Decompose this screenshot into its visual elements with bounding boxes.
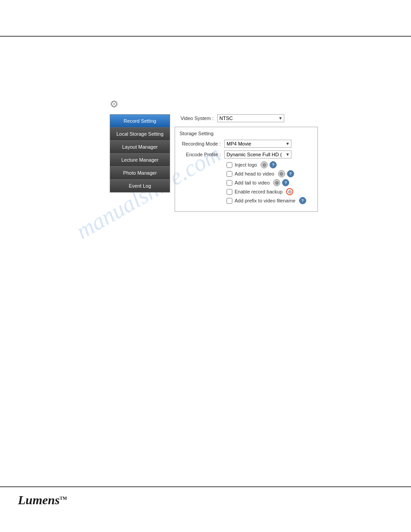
recording-mode-select-wrapper: MP4 Movie MOV AVI ▼ bbox=[224, 140, 291, 148]
add-head-label: Add head to video bbox=[235, 171, 274, 176]
video-system-row: Video System : NTSC PAL ▼ bbox=[175, 114, 318, 122]
inject-logo-row: Inject logo ⚙ ? bbox=[180, 161, 313, 168]
sidebar-item-photo-manager[interactable]: Photo Manager bbox=[110, 167, 170, 180]
main-content: Record Setting Local Storage Setting Lay… bbox=[110, 114, 318, 212]
sidebar-item-layout-manager[interactable]: Layout Manager bbox=[110, 141, 170, 154]
add-head-help-icon[interactable]: ? bbox=[287, 170, 294, 177]
inject-logo-label: Inject logo bbox=[235, 162, 257, 167]
add-tail-checkbox[interactable] bbox=[227, 180, 232, 186]
sidebar: Record Setting Local Storage Setting Lay… bbox=[110, 114, 170, 193]
sidebar-item-record-setting[interactable]: Record Setting bbox=[110, 115, 170, 128]
add-tail-help-icon[interactable]: ? bbox=[282, 179, 289, 186]
sidebar-item-local-storage-setting[interactable]: Local Storage Setting bbox=[110, 128, 170, 141]
storage-setting-group: Storage Setting Recording Mode : MP4 Mov… bbox=[175, 127, 318, 212]
video-system-select-wrapper: NTSC PAL ▼ bbox=[217, 114, 284, 122]
add-tail-icons: ⚙ ? bbox=[271, 179, 289, 186]
inject-logo-icons: ⚙ ? bbox=[259, 161, 277, 168]
logo-text: LumensTM bbox=[18, 493, 67, 507]
enable-backup-row: Enable record backup ⚙ bbox=[180, 188, 313, 195]
encode-profile-select-wrapper: Dynamic Scene Full HD (192 ▼ bbox=[224, 150, 291, 159]
logo-area: LumensTM bbox=[18, 493, 67, 507]
sidebar-item-lecture-manager[interactable]: Lecture Manager bbox=[110, 154, 170, 167]
encode-profile-row: Encode Profile : Dynamic Scene Full HD (… bbox=[180, 150, 313, 159]
encode-profile-select[interactable]: Dynamic Scene Full HD (192 bbox=[224, 150, 291, 159]
add-prefix-checkbox[interactable] bbox=[227, 198, 232, 204]
storage-setting-legend: Storage Setting bbox=[180, 131, 313, 136]
recording-mode-select[interactable]: MP4 Movie MOV AVI bbox=[224, 140, 291, 148]
top-border bbox=[0, 36, 411, 37]
bottom-border bbox=[0, 486, 411, 487]
enable-backup-icons: ⚙ bbox=[284, 188, 293, 195]
add-head-checkbox[interactable] bbox=[227, 171, 232, 177]
settings-gear-icon: ⚙ bbox=[110, 99, 119, 110]
add-head-gear-icon[interactable]: ⚙ bbox=[278, 170, 285, 177]
encode-profile-label: Encode Profile : bbox=[180, 152, 224, 157]
video-system-select[interactable]: NTSC PAL bbox=[217, 114, 284, 122]
enable-backup-label: Enable record backup bbox=[235, 189, 283, 194]
sidebar-item-event-log[interactable]: Event Log bbox=[110, 180, 170, 192]
add-tail-label: Add tail to video bbox=[235, 180, 270, 185]
inject-logo-gear-icon[interactable]: ⚙ bbox=[261, 161, 268, 168]
right-panel: Video System : NTSC PAL ▼ Storage Settin… bbox=[175, 114, 318, 212]
enable-backup-checkbox[interactable] bbox=[227, 189, 232, 195]
recording-mode-row: Recording Mode : MP4 Movie MOV AVI ▼ bbox=[180, 140, 313, 148]
logo-trademark: TM bbox=[60, 496, 67, 501]
enable-backup-gear-icon[interactable]: ⚙ bbox=[286, 188, 293, 195]
add-prefix-icons: ? bbox=[297, 197, 306, 204]
video-system-label: Video System : bbox=[177, 116, 217, 121]
inject-logo-help-icon[interactable]: ? bbox=[270, 161, 277, 168]
recording-mode-label: Recording Mode : bbox=[180, 141, 224, 146]
add-prefix-label: Add prefix to video filename bbox=[235, 198, 295, 203]
add-tail-gear-icon[interactable]: ⚙ bbox=[273, 179, 280, 186]
add-head-icons: ⚙ ? bbox=[276, 170, 294, 177]
add-tail-row: Add tail to video ⚙ ? bbox=[180, 179, 313, 186]
inject-logo-checkbox[interactable] bbox=[227, 162, 232, 168]
add-head-row: Add head to video ⚙ ? bbox=[180, 170, 313, 177]
add-prefix-row: Add prefix to video filename ? bbox=[180, 197, 313, 204]
add-prefix-help-icon[interactable]: ? bbox=[299, 197, 306, 204]
